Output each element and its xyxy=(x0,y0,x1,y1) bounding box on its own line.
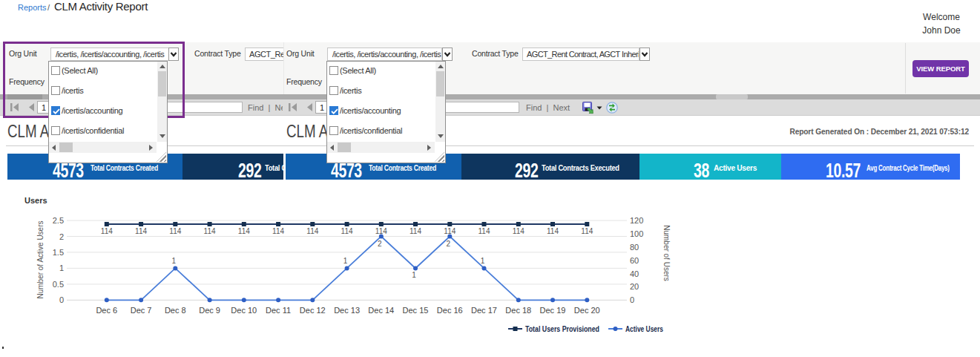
svg-text:Dec 18: Dec 18 xyxy=(505,306,531,315)
svg-text:1: 1 xyxy=(59,263,64,272)
svg-text:Dec 11: Dec 11 xyxy=(266,306,291,315)
svg-text:60: 60 xyxy=(630,256,639,265)
svg-text:114: 114 xyxy=(513,227,524,235)
svg-text:2: 2 xyxy=(447,240,451,248)
svg-text:Dec 8: Dec 8 xyxy=(165,306,186,315)
svg-text:1: 1 xyxy=(412,271,416,279)
svg-text:114: 114 xyxy=(204,227,216,235)
svg-text:1.5: 1.5 xyxy=(53,248,64,257)
svg-text:Dec 16: Dec 16 xyxy=(437,306,463,315)
svg-text:2: 2 xyxy=(378,240,382,248)
svg-text:0.5: 0.5 xyxy=(53,280,64,289)
svg-text:0: 0 xyxy=(59,295,64,304)
svg-text:Dec 10: Dec 10 xyxy=(231,306,257,315)
svg-text:Dec 19: Dec 19 xyxy=(540,306,566,315)
svg-text:100: 100 xyxy=(630,229,643,238)
svg-text:Dec 12: Dec 12 xyxy=(300,306,326,315)
svg-text:114: 114 xyxy=(375,227,387,235)
svg-text:114: 114 xyxy=(272,227,284,235)
svg-text:114: 114 xyxy=(581,227,593,235)
svg-text:2.5: 2.5 xyxy=(53,216,64,225)
svg-text:Users: Users xyxy=(24,196,47,205)
svg-text:114: 114 xyxy=(169,227,181,235)
svg-text:20: 20 xyxy=(630,282,639,291)
svg-text:Dec 20: Dec 20 xyxy=(574,306,600,315)
svg-text:Active Users: Active Users xyxy=(625,324,663,333)
svg-text:114: 114 xyxy=(341,227,353,235)
svg-text:80: 80 xyxy=(630,243,639,252)
svg-text:114: 114 xyxy=(410,227,421,235)
svg-text:40: 40 xyxy=(630,269,639,278)
svg-text:Dec 17: Dec 17 xyxy=(471,306,497,315)
svg-text:114: 114 xyxy=(238,227,250,235)
svg-text:Number of Users: Number of Users xyxy=(662,225,671,281)
svg-text:120: 120 xyxy=(630,216,643,225)
svg-text:114: 114 xyxy=(547,227,559,235)
svg-text:114: 114 xyxy=(306,227,318,235)
svg-text:1: 1 xyxy=(172,257,177,265)
svg-text:Number of Active Users: Number of Active Users xyxy=(36,220,45,298)
svg-text:1: 1 xyxy=(481,257,485,265)
svg-text:2: 2 xyxy=(59,232,64,241)
svg-text:114: 114 xyxy=(479,227,490,235)
svg-text:Dec 7: Dec 7 xyxy=(131,306,152,315)
svg-text:1: 1 xyxy=(343,257,348,265)
svg-text:114: 114 xyxy=(135,227,147,235)
svg-text:Dec 9: Dec 9 xyxy=(199,306,220,315)
svg-text:Dec 6: Dec 6 xyxy=(96,306,117,315)
svg-text:Dec 13: Dec 13 xyxy=(334,306,360,315)
svg-text:114: 114 xyxy=(101,227,113,235)
svg-text:Dec 15: Dec 15 xyxy=(403,306,429,315)
svg-text:0: 0 xyxy=(630,295,634,304)
svg-text:Total Users Provisioned: Total Users Provisioned xyxy=(525,324,599,333)
svg-text:Dec 14: Dec 14 xyxy=(368,306,394,315)
svg-text:114: 114 xyxy=(444,227,456,235)
